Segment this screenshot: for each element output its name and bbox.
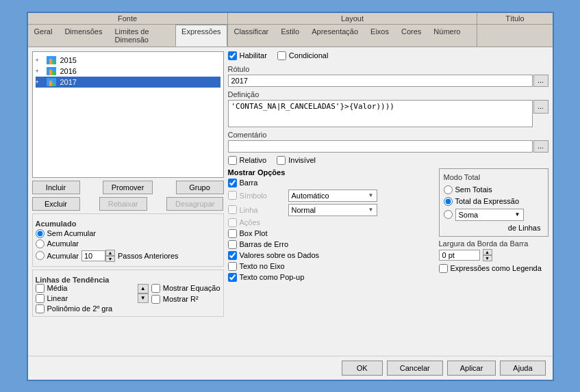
tab-group-titulo: Título xyxy=(477,13,552,25)
acumular2-item: Acumular ▲ ▼ Passos Anteriores xyxy=(36,250,220,262)
polinomio-checkbox[interactable] xyxy=(36,304,45,313)
relativo-checkbox[interactable] xyxy=(228,156,237,165)
condicional-label: Condicional xyxy=(289,51,328,60)
comentario-input[interactable] xyxy=(228,140,533,153)
simbolo-checkbox[interactable] xyxy=(228,191,237,200)
media-checkbox[interactable] xyxy=(36,284,45,293)
largura-label: Largura da Borda da Barra xyxy=(439,239,549,248)
texto-eixo-checkbox[interactable] xyxy=(228,262,237,271)
rebaixar-button[interactable]: Rebaixar xyxy=(99,197,147,211)
ajuda-button[interactable]: Ajuda xyxy=(500,361,545,376)
texto-popup-checkbox[interactable] xyxy=(228,273,237,282)
condicional-checkbox[interactable] xyxy=(277,51,286,60)
largura-input[interactable] xyxy=(439,250,480,261)
tab-numero[interactable]: Número xyxy=(427,25,466,38)
linha-item: Linha xyxy=(228,205,283,214)
barra-item: Barra xyxy=(228,179,258,187)
mostrar-r2-checkbox[interactable] xyxy=(151,295,160,304)
total-expressao-radio[interactable] xyxy=(444,197,453,206)
definicao-btns: ... xyxy=(533,100,549,127)
expressoes-legenda-checkbox[interactable] xyxy=(439,264,448,273)
promover-button[interactable]: Promover xyxy=(103,181,153,194)
soma-radio[interactable] xyxy=(444,210,453,219)
tab-apresentacao[interactable]: Apresentação xyxy=(305,25,364,38)
tab-geral[interactable]: Geral xyxy=(28,25,59,47)
linha-checkbox[interactable] xyxy=(228,205,237,214)
tree-item-2017[interactable]: + 2017 xyxy=(36,77,220,88)
sem-totais-label: Sem Totais xyxy=(455,185,492,194)
passos-input[interactable] xyxy=(81,250,105,261)
soma-dropdown[interactable]: Soma ▼ xyxy=(455,209,524,221)
desagrupar-button[interactable]: Desagrupar xyxy=(166,197,223,211)
scroll-up-btn[interactable]: ▲ xyxy=(138,284,149,293)
tab-expressoes[interactable]: Expressões xyxy=(175,25,227,47)
tab-dimensoes[interactable]: Dimensões xyxy=(58,25,108,47)
relativo-item: Relativo xyxy=(228,156,267,165)
box-plot-checkbox[interactable] xyxy=(228,229,237,238)
barra-checkbox[interactable] xyxy=(228,179,237,187)
tendencia-polinomio: Polinômio de 2º gra xyxy=(36,304,135,313)
rotulo-browse-btn[interactable]: ... xyxy=(533,75,549,87)
texto-popup-item: Texto como Pop-up xyxy=(228,273,432,282)
tree-item-2015[interactable]: + 2015 xyxy=(36,55,220,66)
linha-dropdown[interactable]: Normal ▼ xyxy=(288,204,377,216)
expression-tree[interactable]: + 2015 + 2016 + xyxy=(32,51,224,178)
tendencia-scroll: ▲ ▼ xyxy=(138,284,149,303)
sem-acumular-radio[interactable] xyxy=(36,229,45,238)
largura-spinner-btns: ▲ ▼ xyxy=(483,249,492,261)
largura-spinner-up[interactable]: ▲ xyxy=(483,249,492,255)
tab-group-layout: Layout xyxy=(228,13,477,25)
spinner-down[interactable]: ▼ xyxy=(105,256,115,262)
excluir-button[interactable]: Excluir xyxy=(32,197,80,211)
expressoes-legenda-item: Expressões como Legenda xyxy=(439,264,549,273)
spinner-buttons: ▲ ▼ xyxy=(105,250,115,262)
valores-dados-checkbox[interactable] xyxy=(228,251,237,260)
chart-icon-2016 xyxy=(47,67,56,75)
tab-classificar[interactable]: Classificar xyxy=(228,25,275,38)
sem-acumular-item: Sem Acumular xyxy=(36,229,220,238)
rotulo-label: Rótulo xyxy=(228,65,549,73)
tab-eixos[interactable]: Eixos xyxy=(364,25,395,38)
cancelar-button[interactable]: Cancelar xyxy=(387,361,443,376)
acumular2-radio[interactable] xyxy=(36,251,45,260)
expander-2016[interactable]: + xyxy=(36,68,44,75)
aplicar-button[interactable]: Aplicar xyxy=(447,361,496,376)
definicao-section: Definição ... xyxy=(228,90,549,127)
expressoes-legenda-label: Expressões como Legenda xyxy=(451,264,542,272)
comentario-browse-btn[interactable]: ... xyxy=(533,140,549,153)
tab-limites[interactable]: Limites de Dimensão xyxy=(108,25,175,47)
barras-erro-checkbox[interactable] xyxy=(228,240,237,249)
invisivel-checkbox[interactable] xyxy=(277,156,286,165)
spinner-up[interactable]: ▲ xyxy=(105,250,115,256)
flags-row: Relativo Invisível xyxy=(228,156,549,165)
comentario-input-row: ... xyxy=(228,140,549,153)
mostrar-equacao-checkbox[interactable] xyxy=(151,284,160,293)
tab-group-fonte: Fonte xyxy=(28,13,227,25)
barra-label: Barra xyxy=(240,179,258,187)
tree-item-2016[interactable]: + 2016 xyxy=(36,66,220,77)
scroll-down-btn[interactable]: ▼ xyxy=(138,293,149,303)
valores-dados-item: Valores sobre os Dados xyxy=(228,251,432,260)
total-expressao-label: Total da Expressão xyxy=(455,197,520,205)
expander-2017[interactable]: + xyxy=(36,79,44,86)
texto-eixo-label: Texto no Eixo xyxy=(240,262,285,270)
largura-spinner-down[interactable]: ▼ xyxy=(483,255,492,261)
definicao-browse-btn[interactable]: ... xyxy=(533,100,549,114)
acumular1-radio[interactable] xyxy=(36,239,45,248)
tab-cores[interactable]: Cores xyxy=(395,25,427,38)
simbolo-dropdown[interactable]: Automático ▼ xyxy=(288,190,377,202)
incluir-button[interactable]: Incluir xyxy=(32,181,80,194)
definicao-input[interactable] xyxy=(228,100,533,127)
spinner-wrap: ▲ ▼ xyxy=(81,250,115,262)
sem-totais-radio[interactable] xyxy=(444,185,453,194)
linear-checkbox[interactable] xyxy=(36,294,45,303)
largura-row: ▲ ▼ xyxy=(439,249,549,261)
acoes-checkbox[interactable] xyxy=(228,218,237,227)
grupo-button[interactable]: Grupo xyxy=(176,181,224,194)
habilitar-checkbox[interactable] xyxy=(228,51,237,60)
tab-estilo[interactable]: Estilo xyxy=(275,25,305,38)
acumular2-label: Acumular xyxy=(47,252,79,260)
ok-button[interactable]: OK xyxy=(342,361,383,376)
expander-2015[interactable]: + xyxy=(36,57,44,64)
rotulo-input[interactable] xyxy=(228,75,533,87)
